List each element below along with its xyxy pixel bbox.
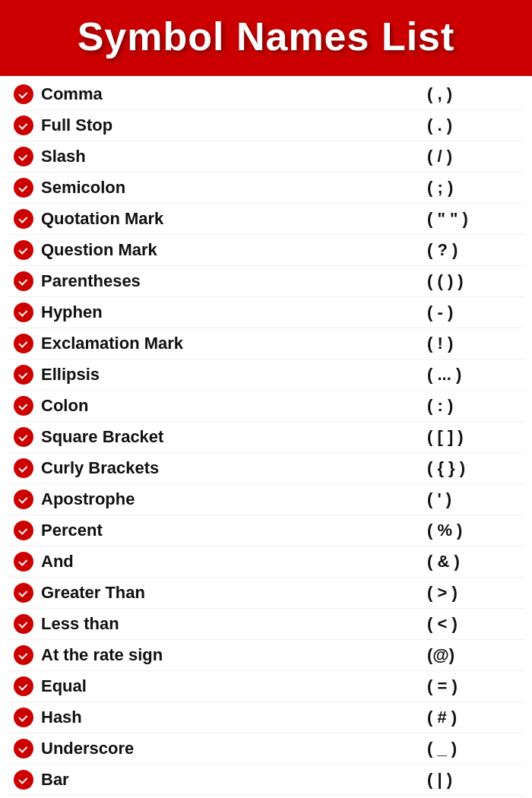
symbol-name: Quotation Mark — [41, 209, 427, 229]
symbol-value: ( # ) — [427, 708, 518, 727]
symbol-name: Parentheses — [41, 271, 427, 291]
symbol-value: ( , ) — [427, 84, 518, 104]
symbol-value: ( : ) — [427, 396, 518, 416]
check-icon — [14, 770, 33, 790]
symbol-value: ( = ) — [427, 676, 518, 696]
symbol-value: ( & ) — [427, 552, 518, 572]
check-icon — [14, 396, 33, 416]
content: Comma( , )Full Stop( . )Slash( / )Semico… — [0, 76, 532, 798]
symbol-name: Hash — [41, 708, 427, 727]
list-item: Less than( < ) — [8, 609, 524, 640]
check-icon — [14, 676, 33, 696]
check-icon — [14, 209, 33, 229]
symbol-name: Underscore — [41, 739, 427, 758]
check-icon — [14, 583, 33, 603]
symbol-name: Colon — [41, 396, 427, 416]
symbol-value: ( / ) — [427, 147, 518, 166]
symbol-name: At the rate sign — [41, 645, 427, 665]
check-icon — [14, 521, 33, 540]
check-icon — [14, 116, 33, 135]
list-item: Colon( : ) — [8, 391, 524, 422]
check-icon — [14, 302, 33, 322]
list-item: Comma( , ) — [8, 79, 524, 110]
list-item: Bar( | ) — [8, 765, 524, 796]
check-icon — [14, 178, 33, 198]
symbol-value: ( [ ] ) — [427, 427, 518, 447]
check-icon — [14, 708, 33, 727]
symbol-value: ( . ) — [427, 116, 518, 135]
list-item: Quotation Mark( " " ) — [8, 204, 524, 235]
symbol-value: ( ? ) — [427, 240, 518, 260]
list-item: Percent( % ) — [8, 515, 524, 546]
list-item: At the rate sign(@) — [8, 640, 524, 671]
check-icon — [14, 240, 33, 260]
symbol-name: Semicolon — [41, 178, 427, 198]
list-item: And( & ) — [8, 546, 524, 578]
symbol-value: ( > ) — [427, 583, 518, 603]
list-item: Semicolon( ; ) — [8, 173, 524, 204]
symbol-name: Hyphen — [41, 302, 427, 322]
symbol-value: ( - ) — [427, 302, 518, 322]
check-icon — [14, 427, 33, 447]
check-icon — [14, 271, 33, 291]
symbol-value: ( ; ) — [427, 178, 518, 198]
symbol-name: And — [41, 552, 427, 572]
symbol-value: ( ' ) — [427, 489, 518, 509]
list-item: Equal( = ) — [8, 671, 524, 702]
symbol-name: Greater Than — [41, 583, 427, 603]
check-icon — [14, 489, 33, 509]
list-item: Question Mark( ? ) — [8, 235, 524, 266]
list-item: Greater Than( > ) — [8, 578, 524, 609]
symbol-name: Exclamation Mark — [41, 334, 427, 353]
symbol-value: ( ... ) — [427, 365, 518, 385]
check-icon — [14, 552, 33, 572]
list-item: Square Bracket( [ ] ) — [8, 422, 524, 453]
check-icon — [14, 645, 33, 665]
check-icon — [14, 458, 33, 478]
check-icon — [14, 147, 33, 166]
list-item: Ellipsis( ... ) — [8, 359, 524, 391]
check-icon — [14, 84, 33, 104]
symbol-value: ( { } ) — [427, 458, 518, 478]
symbol-name: Full Stop — [41, 116, 427, 135]
symbol-value: ( _ ) — [427, 739, 518, 758]
list-item: Underscore( _ ) — [8, 733, 524, 765]
symbol-name: Square Bracket — [41, 427, 427, 447]
symbol-name: Percent — [41, 521, 427, 540]
symbol-name: Less than — [41, 614, 427, 634]
list-item: Full Stop( . ) — [8, 110, 524, 141]
symbol-value: ( ( ) ) — [427, 271, 518, 291]
list-item: Apostrophe( ' ) — [8, 484, 524, 515]
symbol-value: ( ! ) — [427, 334, 518, 353]
symbol-value: ( " " ) — [427, 209, 518, 229]
check-icon — [14, 334, 33, 353]
symbol-name: Slash — [41, 147, 427, 166]
list-item: Curly Brackets( { } ) — [8, 453, 524, 484]
check-icon — [14, 739, 33, 758]
symbol-name: Bar — [41, 770, 427, 790]
list-item: Exclamation Mark( ! ) — [8, 328, 524, 359]
symbol-name: Comma — [41, 84, 427, 104]
symbol-name: Apostrophe — [41, 489, 427, 509]
symbol-name: Ellipsis — [41, 365, 427, 385]
symbol-value: (@) — [427, 645, 518, 665]
check-icon — [14, 365, 33, 385]
symbol-value: ( < ) — [427, 614, 518, 634]
symbol-value: ( % ) — [427, 521, 518, 540]
header: Symbol Names List — [0, 0, 532, 73]
list-item: Slash( / ) — [8, 141, 524, 173]
list-item: Hash( # ) — [8, 702, 524, 733]
symbol-name: Curly Brackets — [41, 458, 427, 478]
list-item: Parentheses( ( ) ) — [8, 266, 524, 297]
page-title: Symbol Names List — [15, 14, 517, 59]
symbol-name: Question Mark — [41, 240, 427, 260]
symbol-name: Equal — [41, 676, 427, 696]
symbol-value: ( | ) — [427, 770, 518, 790]
check-icon — [14, 614, 33, 634]
list-item: Hyphen( - ) — [8, 297, 524, 328]
